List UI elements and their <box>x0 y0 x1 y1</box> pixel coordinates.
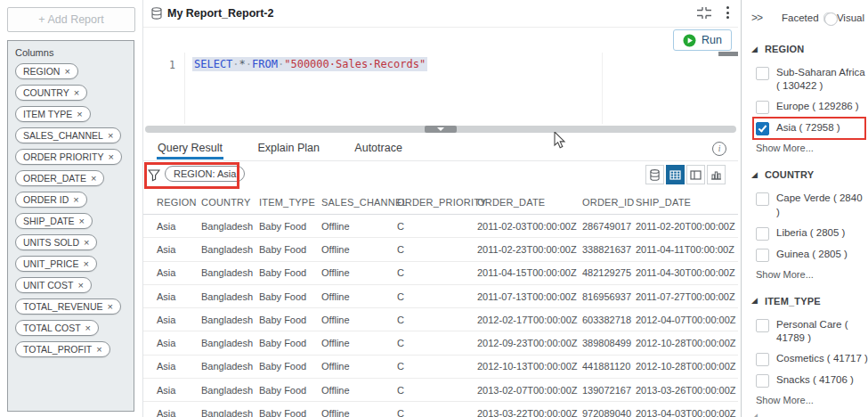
table-cell[interactable]: Offline <box>321 221 397 232</box>
checkbox-unchecked[interactable] <box>756 249 769 262</box>
table-row[interactable]: AsiaBangladeshBaby FoodOfflineC2012-02-1… <box>143 308 738 331</box>
table-row[interactable]: AsiaBangladeshBaby FoodOfflineC2013-03-2… <box>143 402 738 417</box>
column-pill[interactable]: TOTAL_REVENUE× <box>15 298 121 315</box>
show-more-link[interactable]: Show More... <box>756 143 868 153</box>
table-cell[interactable]: 2013-02-07T00:00:00Z <box>477 385 582 396</box>
table-row[interactable]: AsiaBangladeshBaby FoodOfflineC2011-04-1… <box>143 262 738 285</box>
table-cell[interactable]: Bangladesh <box>201 338 259 348</box>
remove-column-icon[interactable]: × <box>108 152 113 162</box>
table-cell[interactable]: 972089040 <box>582 408 636 417</box>
column-pill[interactable]: SALES_CHANNEL× <box>15 127 121 143</box>
table-cell[interactable]: Asia <box>157 408 201 417</box>
facet-item-label[interactable]: Sub-Saharan Africa ( 130422 ) <box>776 66 868 93</box>
table-row[interactable]: AsiaBangladeshBaby FoodOfflineC2013-02-0… <box>143 379 738 402</box>
collapse-panel-icon[interactable]: >> <box>751 12 762 24</box>
column-pill[interactable]: ORDER_DATE× <box>15 170 104 186</box>
table-cell[interactable]: C <box>397 361 477 372</box>
table-cell[interactable]: 2012-04-07T00:00:00Z <box>636 315 738 325</box>
table-cell[interactable]: C <box>397 338 477 348</box>
table-cell[interactable]: Asia <box>157 291 201 302</box>
table-cell[interactable]: 816956937 <box>582 291 636 302</box>
table-row[interactable]: AsiaBangladeshBaby FoodOfflineC2011-02-0… <box>143 215 738 238</box>
table-cell[interactable]: 2012-09-23T00:00:00Z <box>477 338 582 348</box>
tab-explain-plan[interactable]: Explain Plan <box>256 135 320 159</box>
facet-item-label[interactable]: Guinea ( 2805 ) <box>776 248 868 261</box>
remove-column-icon[interactable]: × <box>84 238 89 248</box>
table-cell[interactable]: Baby Food <box>259 315 321 325</box>
remove-column-icon[interactable]: × <box>77 281 83 290</box>
column-header[interactable]: REGION <box>157 197 201 208</box>
table-cell[interactable]: Bangladesh <box>201 267 259 278</box>
column-header[interactable]: ORDER_DATE <box>477 197 582 208</box>
table-cell[interactable]: Baby Food <box>259 291 321 302</box>
table-cell[interactable]: C <box>397 221 477 232</box>
table-cell[interactable]: Baby Food <box>259 361 321 372</box>
column-pill[interactable]: UNIT COST× <box>15 277 92 293</box>
column-pill[interactable]: TOTAL_PROFIT× <box>15 341 110 357</box>
facet-item-label[interactable]: Personal Care ( 41789 ) <box>776 318 868 345</box>
remove-column-icon[interactable]: × <box>73 195 78 205</box>
grid-view-icon[interactable] <box>666 165 685 184</box>
table-cell[interactable]: Bangladesh <box>201 385 259 396</box>
column-pill[interactable]: ORDER ID× <box>15 192 87 208</box>
remove-column-icon[interactable]: × <box>96 345 101 355</box>
table-row[interactable]: AsiaBangladeshBaby FoodOfflineC2012-10-1… <box>143 356 738 379</box>
table-row[interactable]: AsiaBangladeshBaby FoodOfflineC2011-07-1… <box>143 285 738 308</box>
column-header[interactable]: COUNTRY <box>201 197 259 208</box>
checkbox-unchecked[interactable] <box>756 374 769 388</box>
table-cell[interactable]: 2011-02-23T00:00:00Z <box>477 244 582 255</box>
split-view-icon[interactable] <box>686 165 705 184</box>
table-cell[interactable]: 338821637 <box>582 244 636 255</box>
table-cell[interactable]: Offline <box>321 385 397 396</box>
table-cell[interactable]: Bangladesh <box>201 361 259 372</box>
table-cell[interactable]: 139072167 <box>582 385 636 396</box>
info-icon[interactable]: i <box>712 142 726 156</box>
collapse-pane-icon[interactable] <box>696 6 712 20</box>
table-cell[interactable]: 2011-02-20T00:00:00Z <box>636 221 738 232</box>
column-pill[interactable]: REGION× <box>15 63 78 79</box>
column-pill[interactable]: ORDER PRIORITY× <box>15 149 122 165</box>
editor-scrollbar-thumb[interactable] <box>718 52 738 56</box>
facet-item-label[interactable]: Cape Verde ( 2840 ) <box>776 192 868 218</box>
table-cell[interactable]: Offline <box>321 361 397 372</box>
table-row[interactable]: AsiaBangladeshBaby FoodOfflineC2011-02-2… <box>143 238 738 261</box>
column-pill[interactable]: UNITS SOLD× <box>15 234 97 250</box>
table-cell[interactable]: Baby Food <box>259 221 321 232</box>
table-cell[interactable]: C <box>397 385 477 396</box>
checkbox-unchecked[interactable] <box>756 67 769 80</box>
tab-autotrace[interactable]: Autotrace <box>353 135 403 159</box>
table-cell[interactable]: C <box>397 267 477 278</box>
table-cell[interactable]: 482129275 <box>582 267 636 278</box>
splitter-collapse-handle[interactable] <box>425 126 457 133</box>
table-cell[interactable]: Baby Food <box>259 385 321 396</box>
table-cell[interactable]: 2013-03-26T00:00:00Z <box>636 385 738 396</box>
table-cell[interactable]: Bangladesh <box>201 291 259 302</box>
table-cell[interactable]: 603382718 <box>582 315 636 325</box>
table-cell[interactable]: Asia <box>157 244 201 255</box>
column-pill[interactable]: SHIP_DATE× <box>15 213 93 229</box>
record-view-icon[interactable] <box>645 165 664 184</box>
facet-item-label[interactable]: Europe ( 129286 ) <box>776 100 868 113</box>
table-cell[interactable]: 2012-02-17T00:00:00Z <box>477 315 582 325</box>
table-cell[interactable]: 441881120 <box>582 361 636 372</box>
remove-column-icon[interactable]: × <box>64 67 69 77</box>
column-header[interactable]: ORDER_PRIORITY <box>397 197 477 208</box>
table-cell[interactable]: Offline <box>321 291 397 302</box>
pane-splitter[interactable] <box>145 126 736 133</box>
table-cell[interactable]: Offline <box>321 408 397 417</box>
faceted-visual-toggle[interactable] <box>823 12 832 24</box>
checkbox-unchecked[interactable] <box>756 227 769 241</box>
table-cell[interactable]: C <box>397 315 477 325</box>
table-cell[interactable]: Bangladesh <box>201 408 259 417</box>
table-cell[interactable]: Bangladesh <box>201 244 259 255</box>
table-cell[interactable]: C <box>397 244 477 255</box>
show-more-link[interactable]: Show More... <box>756 395 868 405</box>
remove-column-icon[interactable]: × <box>74 88 79 98</box>
table-cell[interactable]: 2012-10-28T00:00:00Z <box>636 338 738 348</box>
table-cell[interactable]: 389808499 <box>582 338 636 348</box>
checkbox-checked[interactable] <box>756 122 769 135</box>
checkbox-unchecked[interactable] <box>756 353 769 366</box>
table-cell[interactable]: Baby Food <box>259 267 321 278</box>
table-cell[interactable]: 2013-03-22T00:00:00Z <box>477 408 582 417</box>
table-cell[interactable]: 2011-04-15T00:00:00Z <box>477 267 582 278</box>
